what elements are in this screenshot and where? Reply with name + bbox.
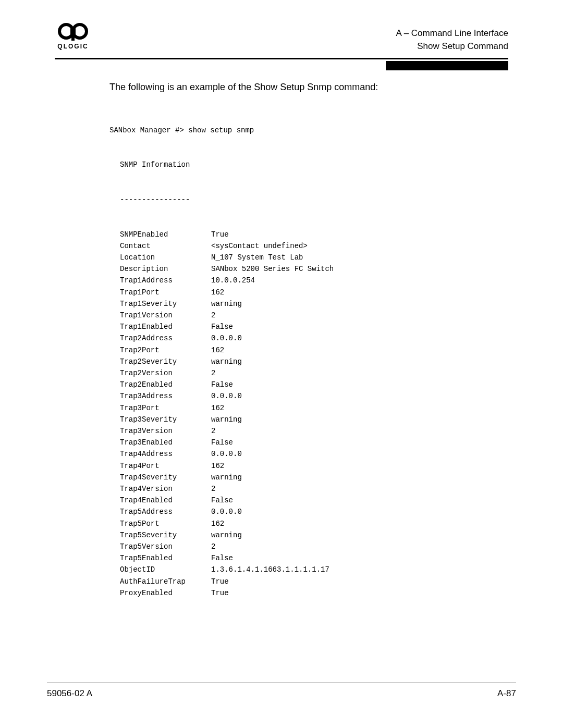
cli-row: Trap1Address10.0.0.254 — [109, 275, 516, 286]
cli-value: <sysContact undefined> — [211, 240, 308, 252]
cli-value: 162 — [211, 518, 224, 529]
cli-row: Trap5Severitywarning — [109, 529, 516, 541]
svg-rect-2 — [70, 28, 76, 34]
cli-row: Trap1Version2 — [109, 310, 516, 321]
cli-row: Trap1EnabledFalse — [109, 321, 516, 332]
header-line-2: Show Setup Command — [396, 40, 508, 53]
cli-key: Trap1Severity — [120, 298, 211, 310]
cli-row: Trap4Severitywarning — [109, 472, 516, 483]
cli-row: Trap2EnabledFalse — [109, 379, 516, 390]
cli-value: False — [211, 321, 233, 332]
cli-row: Trap3Severitywarning — [109, 414, 516, 425]
cli-key: Trap5Port — [120, 518, 211, 529]
cli-value: 162 — [211, 402, 224, 414]
cli-value: 0.0.0.0 — [211, 448, 242, 460]
cli-value: warning — [211, 356, 242, 367]
cli-row: Trap2Version2 — [109, 367, 516, 379]
cli-value: warning — [211, 529, 242, 541]
cli-value: 162 — [211, 344, 224, 356]
cli-value: False — [211, 437, 233, 448]
cli-value: 0.0.0.0 — [211, 332, 242, 344]
page-footer: 59056-02 A A-87 — [47, 683, 516, 699]
cli-prompt-line: SANbox Manager #> show setup snmp — [109, 125, 516, 136]
qlogic-icon — [58, 21, 88, 42]
cli-row: Contact<sysContact undefined> — [109, 240, 516, 252]
cli-row: AuthFailureTrapTrue — [109, 576, 516, 587]
cli-row: Trap4Address0.0.0.0 — [109, 448, 516, 460]
cli-value: warning — [211, 298, 242, 310]
page: QLOGIC A – Command Line Interface Show S… — [0, 0, 563, 728]
cli-value: 0.0.0.0 — [211, 506, 242, 517]
cli-row: Trap5EnabledFalse — [109, 552, 516, 564]
cli-row: SNMPEnabledTrue — [109, 229, 516, 240]
cli-key: Trap3Enabled — [120, 437, 211, 448]
cli-value: SANbox 5200 Series FC Switch — [211, 263, 334, 275]
cli-key: ObjectID — [120, 564, 211, 575]
header-right: A – Command Line Interface Show Setup Co… — [396, 21, 508, 53]
cli-key: SNMPEnabled — [120, 229, 211, 240]
cli-value: 2 — [211, 541, 215, 552]
cli-key: Trap1Version — [120, 310, 211, 321]
cli-value: 1.3.6.1.4.1.1663.1.1.1.1.17 — [211, 564, 329, 575]
cli-value: True — [211, 587, 229, 599]
cli-key: Trap4Address — [120, 448, 211, 460]
cli-row: Trap3Port162 — [109, 402, 516, 414]
header-rule — [55, 58, 508, 59]
cli-row: ObjectID1.3.6.1.4.1.1663.1.1.1.1.17 — [109, 564, 516, 575]
cli-key: Trap2Port — [120, 344, 211, 356]
cli-value: warning — [211, 472, 242, 483]
cli-key: Trap4Version — [120, 483, 211, 495]
footer-rule — [47, 683, 516, 683]
cli-key: Trap2Enabled — [120, 379, 211, 390]
cli-value: 2 — [211, 367, 215, 379]
accent-region — [47, 61, 516, 70]
cli-row: Trap3Address0.0.0.0 — [109, 390, 516, 402]
cli-row: Trap4EnabledFalse — [109, 495, 516, 506]
section-intro: The following is an example of the Show … — [109, 82, 516, 93]
cli-key: Trap2Address — [120, 332, 211, 344]
cli-key: Location — [120, 252, 211, 263]
cli-value: 162 — [211, 287, 224, 298]
cli-row: Trap5Version2 — [109, 541, 516, 552]
cli-key: AuthFailureTrap — [120, 576, 211, 587]
cli-row: Trap4Version2 — [109, 483, 516, 495]
cli-value: 162 — [211, 460, 224, 472]
svg-rect-3 — [71, 35, 75, 41]
cli-key: Trap1Address — [120, 275, 211, 286]
cli-key: Trap3Version — [120, 425, 211, 437]
logo: QLOGIC — [55, 21, 91, 50]
cli-value: False — [211, 552, 233, 564]
cli-key: ProxyEnabled — [120, 587, 211, 599]
cli-key: Trap5Version — [120, 541, 211, 552]
logo-text: QLOGIC — [55, 43, 91, 50]
cli-value: 2 — [211, 310, 215, 321]
page-header: QLOGIC A – Command Line Interface Show S… — [47, 21, 516, 58]
cli-value: False — [211, 379, 233, 390]
cli-rows: SNMPEnabledTrueContact<sysContact undefi… — [109, 229, 516, 599]
cli-key: Trap1Port — [120, 287, 211, 298]
cli-row: Trap2Port162 — [109, 344, 516, 356]
cli-value: 2 — [211, 425, 215, 437]
footer-right: A-87 — [497, 688, 516, 699]
cli-value: 10.0.0.254 — [211, 275, 255, 286]
cli-row: LocationN_107 System Test Lab — [109, 252, 516, 263]
cli-subhead: SNMP Information — [109, 159, 516, 170]
cli-key: Contact — [120, 240, 211, 252]
cli-key: Trap2Version — [120, 367, 211, 379]
cli-key: Trap3Port — [120, 402, 211, 414]
cli-rule: ---------------- — [109, 194, 516, 205]
cli-row: ProxyEnabledTrue — [109, 587, 516, 599]
cli-row: Trap5Port162 — [109, 518, 516, 529]
cli-value: False — [211, 495, 233, 506]
footer-left: 59056-02 A — [47, 688, 92, 699]
header-line-1: A – Command Line Interface — [396, 27, 508, 40]
cli-value: N_107 System Test Lab — [211, 252, 303, 263]
cli-row: Trap4Port162 — [109, 460, 516, 472]
cli-value: 2 — [211, 483, 215, 495]
cli-key: Trap5Enabled — [120, 552, 211, 564]
cli-value: 0.0.0.0 — [211, 390, 242, 402]
cli-value: True — [211, 576, 229, 587]
cli-key: Trap3Severity — [120, 414, 211, 425]
cli-row: Trap1Severitywarning — [109, 298, 516, 310]
cli-key: Trap3Address — [120, 390, 211, 402]
